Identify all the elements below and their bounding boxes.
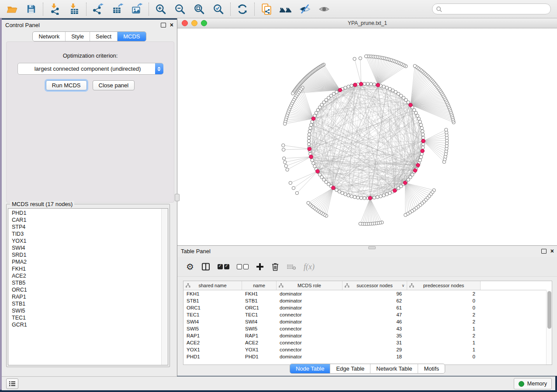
- network-node[interactable]: [282, 157, 285, 160]
- network-node[interactable]: [284, 161, 287, 164]
- network-node[interactable]: [373, 83, 376, 86]
- dominator-node[interactable]: [309, 155, 313, 159]
- table-row-PHD1[interactable]: PHD1PHD1dominator180: [183, 353, 552, 360]
- network-node[interactable]: [356, 196, 360, 199]
- table-row-RAP1[interactable]: RAP1RAP1dominator352: [183, 332, 552, 339]
- table-row-FKH1[interactable]: FKH1FKH1dominator962: [183, 290, 552, 297]
- network-node[interactable]: [444, 128, 447, 131]
- table-row-ORC1[interactable]: ORC1ORC1dominator610: [183, 304, 552, 311]
- mcds-result-item[interactable]: SWI4: [8, 244, 162, 251]
- column-header-MCDS-role[interactable]: MCDS role: [277, 281, 343, 290]
- network-node[interactable]: [376, 196, 379, 199]
- network-node[interactable]: [364, 55, 367, 58]
- mcds-result-item[interactable]: STP4: [8, 224, 162, 230]
- dominator-node[interactable]: [409, 103, 413, 107]
- close-panel-icon[interactable]: ×: [170, 22, 173, 28]
- open-file-icon[interactable]: [5, 2, 19, 16]
- network-node[interactable]: [413, 64, 416, 67]
- table-row-SWI5[interactable]: SWI5SWI5connector431: [183, 325, 552, 332]
- export-network-icon[interactable]: [91, 2, 105, 16]
- network-node[interactable]: [295, 191, 298, 194]
- network-node[interactable]: [359, 57, 362, 60]
- run-mcds-button[interactable]: Run MCDS: [46, 80, 87, 90]
- add-row-icon[interactable]: [256, 263, 264, 271]
- mcds-result-item[interactable]: STB1: [8, 300, 162, 307]
- vertical-splitter-handle[interactable]: [175, 194, 180, 201]
- network-node[interactable]: [344, 86, 347, 89]
- network-node[interactable]: [291, 92, 294, 95]
- network-node[interactable]: [292, 186, 295, 189]
- network-node[interactable]: [309, 127, 312, 130]
- network-node[interactable]: [382, 194, 385, 197]
- network-node[interactable]: [419, 158, 422, 162]
- select-all-icon[interactable]: [218, 264, 229, 269]
- network-node[interactable]: [347, 85, 350, 88]
- dominator-node[interactable]: [338, 88, 342, 92]
- refresh-icon[interactable]: [235, 2, 249, 16]
- tab-network[interactable]: Network: [33, 32, 65, 41]
- float-panel-icon[interactable]: [161, 23, 166, 28]
- save-icon[interactable]: [24, 2, 38, 16]
- import-table-icon[interactable]: [67, 2, 81, 16]
- mcds-list-scrollbar[interactable]: [161, 209, 168, 365]
- network-node[interactable]: [419, 120, 422, 123]
- dominator-node[interactable]: [368, 196, 372, 200]
- table-scrollbar[interactable]: [546, 290, 552, 364]
- close-panel-icon[interactable]: ×: [550, 248, 554, 254]
- mcds-result-item[interactable]: SWI5: [8, 307, 162, 314]
- table-scrollbar-thumb[interactable]: [547, 291, 551, 329]
- dominator-node[interactable]: [353, 83, 357, 87]
- mcds-result-item[interactable]: ORC1: [8, 286, 162, 293]
- dominator-node[interactable]: [359, 82, 363, 86]
- tab-mcds[interactable]: MCDS: [117, 32, 145, 41]
- hide-selected-icon[interactable]: [298, 2, 312, 16]
- delete-row-icon[interactable]: [271, 262, 279, 271]
- network-node[interactable]: [422, 143, 425, 146]
- dominator-node[interactable]: [413, 168, 417, 172]
- network-node[interactable]: [421, 133, 424, 136]
- network-canvas[interactable]: [177, 28, 557, 246]
- network-node[interactable]: [422, 136, 425, 139]
- tab-select[interactable]: Select: [90, 32, 117, 41]
- network-node[interactable]: [283, 122, 286, 125]
- network-node[interactable]: [307, 139, 310, 142]
- criterion-dropdown[interactable]: largest connected component (undirected): [17, 63, 163, 75]
- column-header-shared-name[interactable]: shared name: [183, 281, 242, 290]
- network-node[interactable]: [404, 213, 407, 217]
- mcds-result-item[interactable]: PMA2: [8, 258, 162, 265]
- clone-network-icon[interactable]: [259, 2, 273, 16]
- network-node[interactable]: [420, 127, 423, 130]
- mcds-result-item[interactable]: TID3: [8, 230, 162, 237]
- mcds-result-item[interactable]: RAP1: [8, 293, 162, 300]
- search-input[interactable]: [445, 6, 547, 13]
- memory-button[interactable]: Memory: [514, 378, 552, 389]
- column-header-predecessor-nodes[interactable]: predecessor nodes: [407, 281, 481, 290]
- export-image-icon[interactable]: [130, 2, 144, 16]
- horizontal-splitter-handle[interactable]: [368, 246, 376, 249]
- deselect-all-icon[interactable]: [237, 264, 249, 269]
- close-panel-button[interactable]: Close panel: [93, 80, 135, 90]
- table-row-YOX1[interactable]: YOX1YOX1connector291: [183, 346, 552, 353]
- task-history-button[interactable]: [6, 378, 18, 389]
- dominator-node[interactable]: [376, 83, 380, 87]
- mcds-result-item[interactable]: GCR1: [8, 321, 162, 328]
- network-node[interactable]: [350, 84, 353, 87]
- network-node[interactable]: [363, 196, 366, 199]
- mcds-result-item[interactable]: STB5: [8, 279, 162, 286]
- network-node[interactable]: [282, 144, 285, 147]
- network-node[interactable]: [311, 158, 314, 162]
- network-node[interactable]: [353, 57, 356, 60]
- dominator-node[interactable]: [332, 186, 336, 190]
- table-tab-motifs[interactable]: Motifs: [418, 364, 445, 373]
- table-row-STB1[interactable]: STB1STB1dominator620: [183, 297, 552, 304]
- network-node[interactable]: [308, 130, 311, 133]
- network-node[interactable]: [419, 155, 422, 158]
- network-node[interactable]: [379, 195, 382, 198]
- network-node[interactable]: [347, 194, 350, 197]
- show-all-icon[interactable]: [317, 2, 331, 16]
- dominator-node[interactable]: [421, 149, 425, 153]
- mcds-result-item[interactable]: ACE2: [8, 272, 162, 279]
- zoom-selected-icon[interactable]: [211, 2, 225, 16]
- import-network-icon[interactable]: [48, 2, 62, 16]
- network-node[interactable]: [385, 86, 388, 89]
